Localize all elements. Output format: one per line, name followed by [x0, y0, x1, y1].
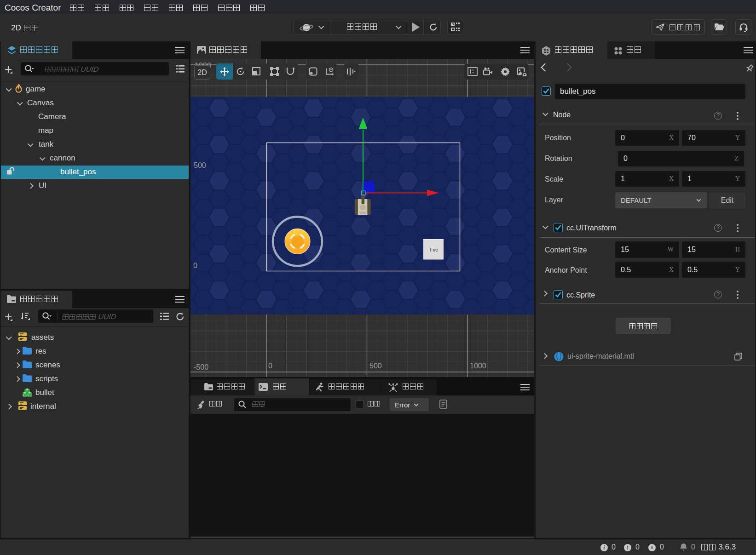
- svg-text:500: 500: [369, 362, 382, 370]
- svg-text:-500: -500: [194, 363, 208, 371]
- svg-text:Fire: Fire: [430, 247, 439, 252]
- svg-text:1000: 1000: [470, 362, 486, 370]
- svg-text:0: 0: [268, 362, 272, 370]
- svg-text:0: 0: [193, 262, 197, 269]
- svg-text:500: 500: [194, 161, 206, 169]
